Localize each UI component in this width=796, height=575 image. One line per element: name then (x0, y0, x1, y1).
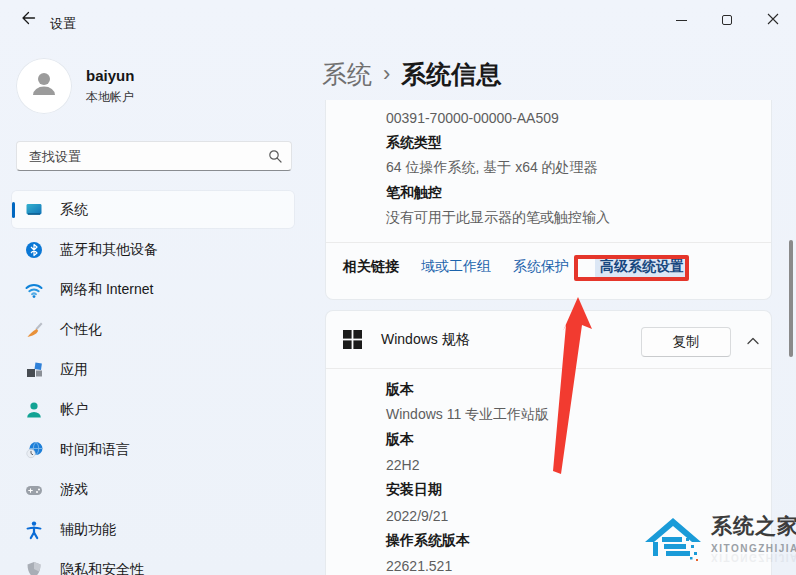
sidebar-item-personalization[interactable]: 个性化 (12, 311, 294, 348)
copy-button[interactable]: 复制 (641, 327, 731, 357)
edition-label: 版本 (386, 377, 549, 402)
sidebar-item-label: 辅助功能 (60, 521, 116, 539)
sidebar-item-label: 游戏 (60, 481, 88, 499)
sidebar-item-label: 蓝牙和其他设备 (60, 241, 158, 259)
maximize-button[interactable] (704, 0, 750, 40)
watermark-logo-icon (643, 512, 703, 571)
watermark-reflection: XITONGZHIJIA.NET (711, 552, 796, 563)
windows-logo-icon (343, 330, 362, 353)
sidebar-item-label: 系统 (60, 201, 88, 219)
version-value: 22H2 (386, 453, 549, 478)
settings-window: 设置 baiyun 本地帐户 (0, 0, 796, 575)
search-icon[interactable] (259, 148, 291, 164)
maximize-icon (722, 15, 732, 25)
related-links-label: 相关链接 (343, 258, 399, 276)
link-advanced-system-settings[interactable]: 高级系统设置 (595, 256, 689, 278)
profile-name: baiyun (86, 67, 134, 84)
sidebar-nav: 系统 蓝牙和其他设备 网络和 Internet 个性化 (12, 191, 294, 575)
close-button[interactable] (750, 0, 796, 40)
os-build-label: 操作系统版本 (386, 528, 549, 553)
sidebar-item-gaming[interactable]: 游戏 (12, 471, 294, 508)
titlebar: 设置 (0, 0, 796, 40)
sidebar-item-accessibility[interactable]: 辅助功能 (12, 511, 294, 548)
sidebar-item-label: 网络和 Internet (60, 281, 153, 299)
install-date-label: 安装日期 (386, 478, 549, 503)
watermark: 系统之家 XITONGZHIJIA.NET XITONGZHIJIA.NET (643, 512, 796, 571)
sidebar-item-privacy[interactable]: 隐私和安全性 (12, 551, 294, 575)
apps-icon (24, 360, 44, 380)
sidebar-item-label: 帐户 (60, 401, 88, 419)
account-person-icon (24, 400, 44, 420)
install-date-value: 2022/9/21 (386, 503, 549, 528)
brush-icon (24, 320, 44, 340)
shield-icon (24, 560, 44, 575)
time-language-icon (24, 440, 44, 460)
profile-account-type: 本地帐户 (86, 89, 134, 106)
breadcrumb: 系统›系统信息 (322, 58, 501, 91)
chevron-up-icon (746, 332, 760, 350)
user-profile[interactable]: baiyun 本地帐户 (16, 58, 134, 114)
copy-button-label: 复制 (673, 333, 700, 351)
accessibility-icon (24, 520, 44, 540)
gamepad-icon (24, 480, 44, 500)
edition-value: Windows 11 专业工作站版 (386, 402, 549, 427)
sidebar-item-bluetooth[interactable]: 蓝牙和其他设备 (12, 231, 294, 268)
avatar (16, 58, 72, 114)
os-build-value: 22621.521 (386, 553, 549, 575)
sidebar-item-label: 隐私和安全性 (60, 561, 144, 575)
sidebar-item-apps[interactable]: 应用 (12, 351, 294, 388)
wifi-icon (24, 280, 44, 300)
sidebar-item-label: 应用 (60, 361, 88, 379)
sidebar-item-time-language[interactable]: 时间和语言 (12, 431, 294, 468)
sidebar-item-system[interactable]: 系统 (12, 191, 294, 228)
specs-title: Windows 规格 (381, 331, 470, 349)
link-system-protection[interactable]: 系统保护 (513, 258, 569, 276)
specs-header[interactable]: Windows 规格 复制 (326, 311, 771, 368)
link-domain-workgroup[interactable]: 域或工作组 (421, 258, 491, 276)
back-button[interactable] (12, 6, 44, 34)
card-divider (326, 242, 771, 243)
system-type-value: 64 位操作系统, 基于 x64 的处理器 (386, 155, 610, 180)
search-box[interactable] (16, 141, 292, 171)
minimize-icon (676, 20, 687, 21)
system-type-label: 系统类型 (386, 130, 610, 155)
window-title: 设置 (50, 15, 76, 33)
minimize-button[interactable] (658, 0, 704, 40)
sidebar-item-network[interactable]: 网络和 Internet (12, 271, 294, 308)
breadcrumb-parent[interactable]: 系统 (322, 60, 372, 88)
scrollbar-thumb[interactable] (789, 240, 793, 357)
about-card: 00391-70000-00000-AA509 系统类型 64 位操作系统, 基… (325, 100, 772, 300)
selection-indicator (12, 202, 15, 218)
pen-touch-value: 没有可用于此显示器的笔或触控输入 (386, 206, 610, 231)
collapse-button[interactable] (738, 328, 768, 354)
back-arrow-icon (19, 9, 37, 31)
pen-touch-label: 笔和触控 (386, 181, 610, 206)
bluetooth-icon (24, 240, 44, 260)
breadcrumb-separator: › (383, 61, 390, 86)
card-divider (326, 368, 771, 369)
page-title: 系统信息 (401, 60, 501, 88)
person-icon (27, 67, 61, 105)
version-label: 版本 (386, 427, 549, 452)
product-id-value: 00391-70000-00000-AA509 (386, 105, 610, 130)
sidebar-item-label: 个性化 (60, 321, 102, 339)
search-input[interactable] (17, 149, 259, 164)
sidebar-item-label: 时间和语言 (60, 441, 130, 459)
system-icon (24, 200, 44, 220)
sidebar-item-accounts[interactable]: 帐户 (12, 391, 294, 428)
watermark-name: 系统之家 (711, 512, 796, 540)
close-icon (767, 11, 779, 29)
